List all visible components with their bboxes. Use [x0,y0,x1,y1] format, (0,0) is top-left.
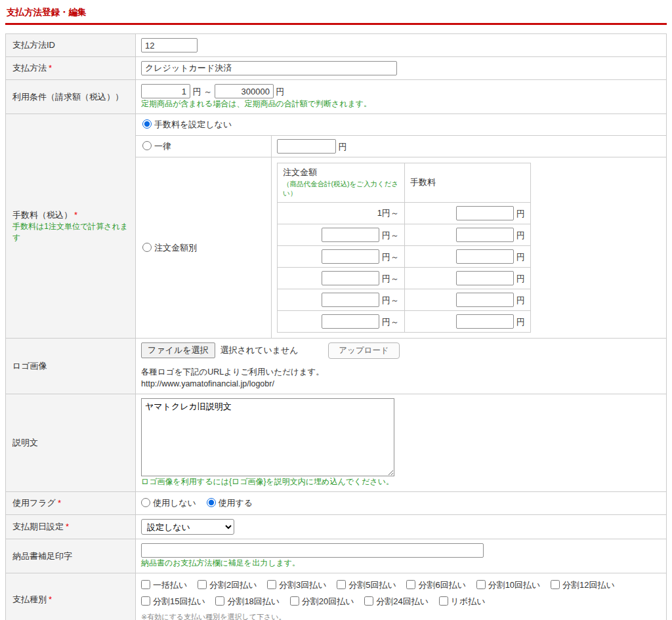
required-mark: * [58,498,61,508]
fee-option-by-amount[interactable]: 注文金額別 [142,242,197,254]
payment-type-checkbox-6[interactable] [551,580,560,589]
order-amount-input-6[interactable] [322,314,379,329]
payment-type-option-0[interactable]: 一括払い [141,580,187,590]
payment-method-form-table: 支払方法ID 支払方法* 利用条件（請求額（税込）） 円 [5,33,667,620]
payment-type-checkbox-8[interactable] [215,596,224,606]
yen-tilde-label: 円～ [382,252,399,262]
payment-type-checkbox-10[interactable] [364,596,373,606]
fee-by-amount-table: 注文金額 （商品代金合計(税込)をご入力ください） 手数料 1円～ 円 [277,163,531,333]
use-flag-yes[interactable]: 使用する [207,498,253,508]
fee-amount-input-5[interactable] [456,293,514,307]
payment-type-checkbox-2[interactable] [267,580,276,589]
fee-table-row: 円～ 円 [278,246,531,268]
due-date-label: 支払期日設定 [12,522,64,531]
row-slip-note: 納品書補足印字 納品書のお支払方法欄に補足を出力します。 [6,539,667,573]
fee-table-row: 円～ 円 [278,289,531,311]
required-mark: * [49,63,52,73]
payment-type-option-10[interactable]: 分割24回払い [364,596,429,606]
payment-type-checkbox-0[interactable] [141,580,150,589]
fee-flat-amount-input[interactable] [277,139,336,154]
payment-type-checkbox-4[interactable] [406,580,415,589]
fee-option-flat[interactable]: 一律 [142,140,171,152]
use-flag-label: 使用フラグ [12,498,56,508]
slip-note-label: 納品書補足印字 [6,539,136,573]
title-divider [5,23,667,25]
description-note: ロゴ画像を利用するには{ロゴ画像}を説明文内に埋め込んでください。 [141,476,661,487]
use-flag-no[interactable]: 使用しない [141,498,196,508]
fee-table-fee-header: 手数料 [405,163,531,203]
payment-id-input[interactable] [141,38,198,52]
payment-type-option-6[interactable]: 分割12回払い [551,580,615,590]
usage-condition-max-input[interactable] [215,84,274,98]
fee-table-first-min: 1円～ [377,208,399,218]
required-mark: * [74,210,77,220]
payment-type-option-11[interactable]: リボ払い [439,596,486,606]
order-amount-input-4[interactable] [322,271,379,285]
description-label: 説明文 [6,394,136,492]
yen-label: 円 [516,295,525,305]
yen-label: 円 [516,274,525,283]
required-mark: * [66,522,69,531]
row-use-flag: 使用フラグ* 使用しない 使用する [6,492,667,515]
fee-by-amount-radio[interactable] [142,243,152,252]
order-amount-input-3[interactable] [322,249,379,264]
yen-label: 円 [516,317,525,327]
payment-type-checkbox-7[interactable] [141,596,150,606]
order-amount-input-5[interactable] [322,293,379,307]
payment-type-checkbox-5[interactable] [476,580,486,589]
file-select-button[interactable]: ファイルを選択 [141,342,215,358]
payment-type-option-4[interactable]: 分割6回払い [406,580,466,590]
fee-table-row: 円～ 円 [278,311,531,333]
payment-type-option-2[interactable]: 分割3回払い [267,580,327,590]
upload-button[interactable]: アップロード [328,342,399,359]
file-status-text: 選択されていません [220,345,299,355]
payment-type-checkbox-1[interactable] [198,580,207,589]
row-usage-condition: 利用条件（請求額（税込）） 円 ～ 円 定期商品が含まれる場合は、定期商品の合計… [6,80,667,114]
payment-method-input[interactable] [141,61,397,75]
payment-type-checkbox-9[interactable] [290,596,299,606]
fee-amount-input-4[interactable] [456,271,514,285]
payment-type-option-3[interactable]: 分割5回払い [337,580,396,590]
use-flag-no-radio[interactable] [141,498,150,507]
yen-tilde-label: 円～ [382,230,399,240]
usage-condition-min-input[interactable] [141,84,190,98]
yen-label: 円 [516,252,525,262]
fee-option-none[interactable]: 手数料を設定しない [142,119,232,131]
fee-sub-label: 手数料は1注文単位で計算されます [12,221,129,243]
payment-type-checkbox-11[interactable] [439,596,448,606]
fee-table-amount-subheader: （商品代金合計(税込)をご入力ください） [283,180,399,198]
logo-url: http://www.yamatofinancial.jp/logobr/ [141,378,661,390]
fee-amount-input-3[interactable] [456,249,514,264]
fee-option-by-amount-row: 注文金額別 注文金額 （商品代金合計(税込)をご入力ください） [136,157,666,338]
payment-type-label: 支払種別 [12,594,47,604]
slip-note-note: 納品書のお支払方法欄に補足を出力します。 [141,558,661,569]
fee-amount-input-1[interactable] [456,206,514,220]
order-amount-input-2[interactable] [322,228,379,242]
row-logo: ロゴ画像 ファイルを選択選択されていません アップロード 各種ロゴを下記のURL… [6,339,667,394]
page: 支払方法登録・編集 支払方法ID 支払方法* 利用条件（請求額（税込）） [0,0,672,620]
row-fee: 手数料（税込）* 手数料は1注文単位で計算されます 手数料を設定しない 一律 [6,114,667,339]
usage-condition-label: 利用条件（請求額（税込）） [6,80,136,114]
tilde-label: ～ [203,87,212,96]
slip-note-input[interactable] [141,543,484,558]
payment-type-option-7[interactable]: 分割15回払い [141,596,205,606]
fee-table-row: 1円～ 円 [278,203,531,224]
required-mark: * [49,594,52,604]
fee-flat-radio[interactable] [142,141,152,150]
payment-type-option-5[interactable]: 分割10回払い [476,580,541,590]
yen-tilde-label: 円～ [382,317,399,327]
description-textarea[interactable]: ヤマトクレカ旧説明文 [141,398,394,476]
payment-type-checkbox-3[interactable] [337,580,346,589]
due-date-select[interactable]: 設定しない [141,519,234,535]
payment-type-option-1[interactable]: 分割2回払い [198,580,257,590]
payment-type-option-8[interactable]: 分割18回払い [215,596,280,606]
row-payment-type: 支払種別* 一括払い 分割2回払い 分割3回払い 分割5回払い 分割6回払い 分… [6,573,667,620]
fee-amount-input-2[interactable] [456,228,514,242]
logo-label: ロゴ画像 [6,339,136,394]
row-due-date: 支払期日設定* 設定しない [6,515,667,539]
yen-label: 円 [516,230,525,240]
payment-type-option-9[interactable]: 分割20回払い [290,596,354,606]
use-flag-yes-radio[interactable] [207,498,216,507]
fee-amount-input-6[interactable] [456,314,514,329]
fee-none-radio[interactable] [142,119,152,129]
